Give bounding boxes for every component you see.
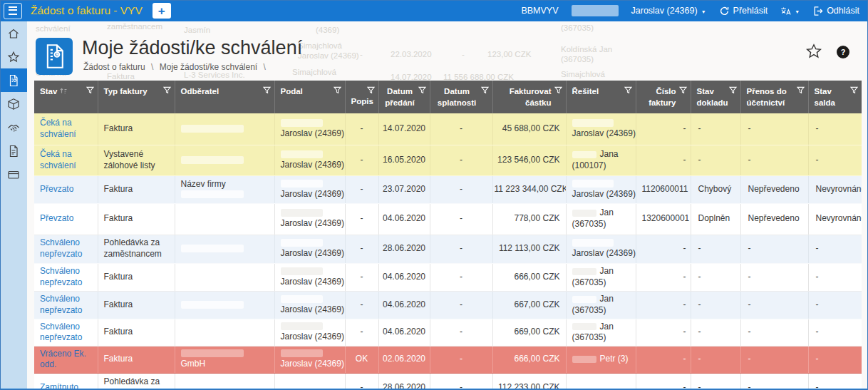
cell-prenos: -: [740, 291, 808, 319]
cell-stav_dokladu: -: [691, 346, 740, 373]
filter-icon[interactable]: [729, 86, 737, 94]
help-icon[interactable]: ?: [837, 46, 849, 58]
table-row: Schváleno nepřevzatoFakturaJaroslav (243…: [34, 291, 862, 319]
cell-resitel: Jan (367035): [566, 263, 636, 291]
col-label: Datum splatnosti: [438, 87, 476, 107]
card-icon: [7, 168, 20, 181]
redaction-patch: [281, 349, 323, 357]
col-header-datum_splatnosti[interactable]: Datum splatnosti: [430, 81, 492, 113]
filter-icon[interactable]: [679, 86, 687, 94]
filter-icon[interactable]: [797, 86, 805, 94]
filter-icon[interactable]: [850, 86, 858, 94]
status-link[interactable]: Schváleno nepřevzato: [40, 237, 82, 259]
col-header-stav_dokladu[interactable]: Stav dokladu: [691, 81, 740, 113]
sidebar-item-invoices[interactable]: [0, 68, 27, 92]
status-link[interactable]: Vráceno Ek. odd.: [40, 349, 86, 370]
status-link[interactable]: Schváleno nepřevzato: [40, 322, 82, 343]
cell-odberatel: [175, 263, 274, 291]
cell-podal: Jaroslav (24369): [274, 203, 345, 235]
col-header-resitel[interactable]: Řešitel: [566, 81, 636, 113]
translate-icon: [780, 6, 791, 16]
cell-stav_dokladu: -: [691, 373, 740, 390]
filter-icon[interactable]: [334, 86, 341, 94]
breadcrumb-item[interactable]: Moje žádosti/ke schválení: [160, 62, 257, 72]
redaction-patch: [181, 125, 244, 133]
cell-popis: -: [345, 113, 378, 145]
col-header-stav[interactable]: Stav: [34, 81, 98, 113]
breadcrumb-item[interactable]: Žádost o fakturu: [83, 62, 145, 72]
cell-saldo: Nevyrovnáno: [808, 175, 862, 203]
filter-icon[interactable]: [86, 86, 94, 94]
col-header-popis[interactable]: Popis: [345, 81, 378, 113]
col-label: Datum předání: [385, 87, 415, 107]
col-header-datum_predani[interactable]: Datum předání: [378, 81, 430, 113]
sidebar-item-packages[interactable]: [0, 92, 27, 116]
app-invoice-icon: [36, 38, 73, 75]
status-link[interactable]: Čeká na schválení: [40, 149, 76, 170]
add-request-button[interactable]: +: [153, 3, 171, 19]
cell-typ: Faktura: [98, 263, 175, 291]
favorite-star-icon[interactable]: [805, 43, 822, 60]
cell-stav_dokladu: -: [691, 263, 740, 291]
col-header-cislo[interactable]: Číslo faktury: [636, 81, 691, 113]
cell-typ: Faktura: [98, 113, 175, 145]
filter-icon[interactable]: [263, 86, 271, 94]
cell-podal: Jaroslav (24369): [274, 145, 345, 175]
breadcrumb-separator: \: [151, 62, 153, 72]
chevron-down-icon: ▼: [701, 9, 706, 14]
cell-podal: Jaroslav (24369): [274, 319, 345, 346]
cell-castka: 112 233,00 CZK: [492, 373, 566, 390]
status-link[interactable]: Schváleno nepřevzato: [40, 266, 82, 287]
filter-icon[interactable]: [418, 86, 426, 94]
redaction-patch: [281, 180, 323, 188]
status-link[interactable]: Schváleno nepřevzato: [40, 294, 82, 315]
sidebar-item-cards[interactable]: [0, 163, 27, 186]
sidebar-item-partners[interactable]: [0, 116, 27, 139]
sidebar-item-documents[interactable]: [0, 139, 27, 163]
col-header-castka[interactable]: Fakturovat částku: [492, 81, 566, 113]
col-header-prenos[interactable]: Přenos do účetnictví: [740, 81, 808, 113]
sidebar-item-favorites[interactable]: [0, 45, 27, 68]
cell-resitel: Jan (367035): [566, 291, 636, 319]
redaction-patch: [572, 5, 619, 16]
cell-odberatel: [175, 113, 274, 145]
ghost-text: Simajchlová: [561, 70, 605, 78]
cell-castka: 112 113,00 CZK: [492, 235, 566, 263]
cell-castka: 667,00 CZK: [492, 291, 566, 319]
cell-typ: Faktura: [98, 203, 175, 235]
language-menu[interactable]: ▼: [780, 6, 800, 16]
cell-stav: Čeká na schválení: [34, 145, 98, 175]
cell-stav: Vráceno Ek. odd.: [34, 346, 98, 373]
filter-icon[interactable]: [481, 86, 489, 94]
col-header-typ[interactable]: Typ faktury: [98, 81, 175, 113]
filter-icon[interactable]: [554, 86, 562, 94]
cell-podal: Jaroslav (24369): [274, 113, 345, 145]
redaction-patch: [281, 119, 323, 127]
cell-datum_predani: 28.06.2020: [378, 373, 430, 390]
filter-icon[interactable]: [163, 86, 171, 94]
col-label: Řešitel: [572, 87, 599, 96]
table-row: ZamítnutoPohledávka za zaměstnancem-28.0…: [34, 373, 862, 390]
cell-stav: Zamítnuto: [34, 373, 98, 390]
cell-castka: 11 223 344,00 CZK: [492, 175, 566, 203]
menu-icon[interactable]: [4, 3, 22, 19]
col-header-podal[interactable]: Podal: [274, 81, 345, 113]
cell-datum_predani: 14.07.2020: [378, 113, 430, 145]
relogin-button[interactable]: Přehlásit: [719, 6, 768, 16]
logout-button[interactable]: Odhlásit: [812, 6, 859, 16]
cell-podal: [274, 373, 345, 390]
status-link[interactable]: Převzato: [40, 184, 73, 194]
ghost-text: Koldínská Jan: [561, 45, 612, 53]
redaction-patch: [181, 190, 244, 198]
cell-cislo: -: [636, 235, 691, 263]
cell-prenos: Nepřevedeno: [740, 175, 808, 203]
sidebar-item-home[interactable]: [0, 21, 27, 45]
col-header-odberatel[interactable]: Odběratel: [175, 81, 274, 113]
breadcrumb-separator: \: [264, 62, 266, 72]
status-link[interactable]: Čeká na schválení: [40, 118, 76, 139]
filter-icon[interactable]: [624, 86, 632, 94]
status-link[interactable]: Převzato: [40, 213, 73, 223]
filter-icon[interactable]: [367, 86, 375, 94]
user-menu[interactable]: Jaroslav (24369) ▼: [631, 6, 706, 16]
col-header-saldo[interactable]: Stav salda: [808, 81, 862, 113]
